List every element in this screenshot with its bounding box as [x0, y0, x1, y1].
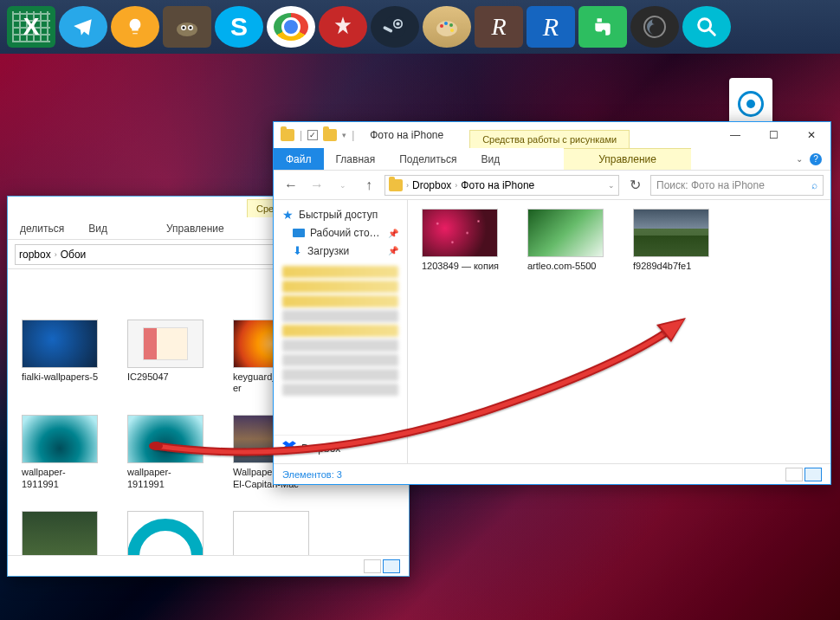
taskbar-paint-icon[interactable] [423, 6, 471, 48]
pin-icon: 📌 [388, 246, 398, 255]
file-item[interactable]: 1203849 — копия [422, 209, 501, 272]
thumbnail-icon [422, 209, 498, 257]
files-pane[interactable]: 1203849 — копия artleo.com-5500 f9289d4b… [408, 200, 830, 463]
tab-view[interactable]: Вид [76, 217, 120, 239]
status-bar [8, 555, 409, 576]
dropbox-icon [282, 441, 296, 455]
thumbnail-icon [22, 320, 98, 368]
file-item[interactable]: wallpaper-1911991 [22, 415, 101, 489]
sidebar-quick-access[interactable]: ★ Быстрый доступ [274, 205, 407, 224]
file-item[interactable]: f9289d4b7fe1 [633, 209, 713, 272]
help-button[interactable]: ? [810, 153, 822, 165]
file-item[interactable]: Dropbox [127, 269, 207, 278]
maximize-button[interactable]: ☐ [754, 122, 792, 148]
file-item[interactable]: fialki-wallpapers-5 [22, 320, 101, 394]
taskbar-steam-icon[interactable] [371, 6, 419, 48]
picture-tools-tab[interactable]: Средства работы с рисунками [469, 130, 630, 148]
tab-manage[interactable]: Управление [564, 148, 691, 170]
sidebar-desktop[interactable]: Рабочий сто… 📌 [274, 224, 407, 242]
svg-point-12 [450, 29, 454, 32]
tab-home[interactable]: Главная [324, 148, 388, 170]
item-count: Элементов: 3 [282, 469, 342, 480]
tab-view[interactable]: Вид [468, 148, 512, 170]
taskbar-obs-icon[interactable] [630, 6, 679, 48]
thumbnail-icon [127, 320, 204, 368]
file-item[interactable] [233, 511, 313, 555]
svg-point-10 [444, 22, 448, 25]
thumbnail-icon [233, 511, 309, 555]
svg-point-0 [177, 23, 197, 36]
ribbon-tabs: Файл Главная Поделиться Вид Управление ⌄… [274, 148, 830, 171]
taskbar-app-red-icon[interactable] [319, 6, 367, 48]
back-button[interactable]: ← [281, 175, 301, 196]
file-item[interactable]: wallpapers-nature-1 [22, 511, 101, 555]
view-thumbs-button[interactable] [804, 468, 822, 481]
view-details-button[interactable] [785, 468, 803, 481]
recent-button[interactable]: ⌄ [333, 175, 353, 196]
breadcrumb-current[interactable]: Фото на iPhone [461, 179, 534, 191]
breadcrumb-parent[interactable]: Dropbox [412, 179, 451, 191]
taskbar-skype-icon[interactable]: S [215, 6, 263, 48]
chevron-down-icon[interactable]: ▾ [342, 131, 346, 139]
pin-icon: 📌 [388, 229, 398, 238]
refresh-button[interactable]: ↻ [624, 176, 645, 195]
tab-share[interactable]: Поделиться [387, 148, 468, 170]
tab-manage[interactable]: Управление [154, 217, 236, 239]
search-input[interactable]: Поиск: Фото на iPhone ⌕ [650, 175, 824, 196]
taskbar: X S R R [0, 0, 840, 54]
title-bar[interactable]: | ✓ ▾ | Фото на iPhone Средства работы с… [274, 122, 830, 148]
nav-sidebar[interactable]: ★ Быстрый доступ Рабочий сто… 📌 ⬇ Загруз… [274, 200, 408, 463]
view-thumbs-button[interactable] [383, 559, 400, 573]
breadcrumb-parent[interactable]: ropbox [19, 249, 51, 261]
chevron-down-icon[interactable]: ⌄ [796, 154, 803, 164]
svg-point-3 [183, 27, 185, 29]
svg-point-4 [190, 27, 192, 29]
status-bar: Элементов: 3 [274, 463, 830, 484]
close-button[interactable]: ✕ [792, 122, 830, 148]
forward-button[interactable]: → [307, 175, 327, 196]
file-item[interactable]: wallpaper-1911991 [127, 415, 207, 489]
taskbar-app-blue-icon[interactable]: R [527, 6, 575, 48]
thumbnail-icon [527, 209, 604, 257]
taskbar-bulb-icon[interactable] [111, 6, 159, 48]
taskbar-chrome-icon[interactable] [267, 6, 315, 48]
taskbar-excel-icon[interactable]: X [7, 6, 55, 48]
chevron-down-icon[interactable]: ⌄ [608, 181, 615, 190]
view-details-button[interactable] [364, 559, 381, 573]
address-bar: ← → ⌄ ↑ › Dropbox › Фото на iPhone ⌄ ↻ П… [274, 171, 830, 200]
chevron-right-icon: › [406, 181, 409, 190]
sidebar-dropbox[interactable]: Dropbox [274, 435, 407, 458]
file-item[interactable]: IC295047 [127, 320, 207, 394]
minimize-button[interactable]: — [716, 122, 754, 148]
sidebar-blurred-items [274, 260, 407, 435]
file-item[interactable] [127, 511, 207, 555]
folder-icon [389, 179, 403, 191]
file-item[interactable]: artleo.com-5500 [527, 209, 607, 272]
taskbar-app-brown-icon[interactable]: R [475, 6, 523, 48]
taskbar-evernote-icon[interactable] [578, 6, 627, 48]
thumbnail-icon [633, 209, 709, 257]
explorer-window-iphone-photos[interactable]: | ✓ ▾ | Фото на iPhone Средства работы с… [273, 121, 831, 485]
svg-point-7 [396, 22, 399, 25]
taskbar-search-icon[interactable] [682, 6, 731, 48]
thumbnail-icon [22, 415, 98, 463]
tab-file[interactable]: Файл [274, 148, 324, 170]
tab-share[interactable]: делиться [8, 217, 76, 239]
desktop-icon [293, 229, 305, 237]
svg-point-9 [440, 24, 443, 28]
star-icon: ★ [282, 208, 294, 222]
taskbar-telegram-icon[interactable] [59, 6, 107, 48]
up-button[interactable]: ↑ [359, 175, 379, 196]
taskbar-gimp-icon[interactable] [163, 6, 211, 48]
file-item[interactable]: 1425161410_2015_02_28_04_28_55_217 [22, 269, 101, 278]
qat-checkbox-icon[interactable]: ✓ [307, 130, 318, 140]
breadcrumb[interactable]: › Dropbox › Фото на iPhone ⌄ [384, 175, 619, 196]
thumbnail-icon [127, 511, 204, 555]
folder-icon[interactable] [323, 129, 337, 141]
thumbnail-icon [22, 511, 98, 555]
chevron-right-icon: › [455, 181, 457, 190]
content-area: ★ Быстрый доступ Рабочий сто… 📌 ⬇ Загруз… [274, 200, 830, 463]
folder-icon[interactable] [281, 129, 294, 141]
sidebar-downloads[interactable]: ⬇ Загрузки 📌 [274, 242, 407, 260]
breadcrumb-current[interactable]: Обои [61, 249, 87, 261]
